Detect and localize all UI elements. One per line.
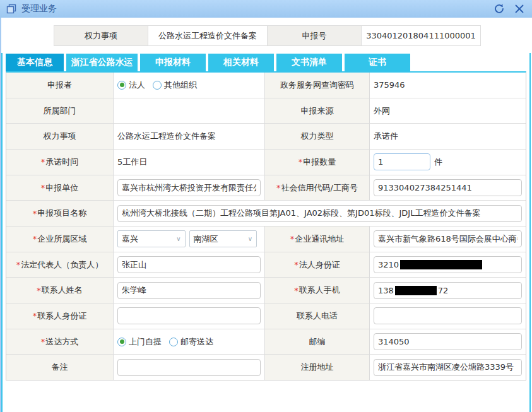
applicant-type-label: 申报者 [6, 73, 114, 98]
credit-code-input[interactable] [374, 179, 522, 196]
refresh-button[interactable] [493, 3, 505, 15]
contact-phone-label: 联系人电话 [265, 303, 370, 329]
power-item-value: 公路水运工程造价文件备案 [114, 124, 265, 149]
contact-mobile-label: *联系人手机 [265, 278, 370, 303]
table-row: 备注 注册地址 [6, 355, 526, 380]
declare-count-cell: 件 [370, 150, 526, 175]
contact-name-cell [114, 278, 265, 303]
department-label: 所属部门 [6, 98, 114, 124]
company-address-cell [370, 227, 526, 252]
power-item-header-value: 公路水运工程造价文件备案 [148, 25, 268, 46]
project-name-label: *申报项目名称 [6, 201, 114, 226]
window-icon [6, 4, 17, 15]
radio-self-pickup[interactable]: 上门自提 [117, 336, 162, 348]
region-city-select[interactable]: 嘉兴 ∨ [117, 230, 186, 247]
chevron-down-icon: ∨ [248, 235, 252, 242]
power-item-label: 权力事项 [6, 124, 114, 149]
contact-phone-input[interactable] [374, 307, 522, 324]
delivery-group: 上门自提 邮寄送达 [114, 329, 265, 355]
panel-left-border [1, 53, 3, 412]
delivery-label: *送达方式 [6, 329, 114, 355]
radio-mail-delivery[interactable]: 邮寄送达 [169, 336, 213, 348]
table-row: *企业所属区域 嘉兴 ∨ 南湖区 ∨ *企业通讯地址 [6, 227, 526, 252]
table-row: 申报者 法人 其他组织 政务服务网查询密码 375946 [6, 73, 526, 98]
contact-id-label: *联系人身份证 [6, 303, 114, 329]
redaction-bar [395, 286, 437, 295]
tab-document-list[interactable]: 文书清单 [276, 54, 342, 71]
tab-zhejiang-highway[interactable]: 浙江省公路水运 [66, 54, 138, 71]
query-password-label: 政务服务网查询密码 [265, 73, 370, 98]
table-row: 权力事项 公路水运工程造价文件备案 权力类型 承诺件 [6, 124, 526, 150]
department-value [114, 98, 265, 124]
legal-id-label: *法人身份证 [265, 252, 370, 278]
panel-right-border [529, 53, 531, 412]
declare-count-input[interactable] [374, 153, 430, 170]
contact-id-cell [114, 303, 265, 329]
radio-legal-person[interactable]: 法人 [117, 79, 145, 91]
declare-count-label: *申报数量 [265, 150, 370, 175]
contact-name-label: *联系人姓名 [6, 278, 114, 303]
contact-name-input[interactable] [117, 282, 261, 299]
table-row: *承诺时间 5工作日 *申报数量 件 [6, 150, 526, 175]
table-row: *申报项目名称 [6, 201, 526, 227]
declare-no-header-label: 申报号 [267, 25, 362, 46]
titlebar: 受理业务 [0, 0, 532, 18]
radio-selected-icon [117, 81, 126, 90]
project-name-cell [114, 201, 526, 226]
declare-source-value: 外网 [370, 98, 526, 124]
tab-declare-materials[interactable]: 申报材料 [140, 54, 206, 71]
region-cell: 嘉兴 ∨ 南湖区 ∨ [114, 227, 265, 252]
power-item-header-label: 权力事项 [54, 25, 148, 46]
close-button[interactable] [513, 3, 526, 15]
radio-unselected-icon [153, 81, 162, 90]
table-row: *法定代表人（负责人） *法人身份证 3210 [6, 252, 526, 278]
redaction-bar [400, 260, 482, 269]
radio-unselected-icon [169, 338, 178, 346]
tab-certificate[interactable]: 证书 [345, 54, 410, 71]
postcode-cell [370, 329, 526, 355]
legal-person-cell [114, 252, 265, 278]
reg-address-label: 注册地址 [265, 355, 370, 380]
tab-basic-info[interactable]: 基本信息 [6, 54, 64, 71]
postcode-input[interactable] [374, 333, 522, 350]
promise-time-label: *承诺时间 [6, 150, 114, 175]
applicant-type-group: 法人 其他组织 [114, 73, 265, 98]
legal-person-input[interactable] [117, 256, 261, 273]
declare-source-label: 申报来源 [265, 98, 370, 124]
tab-strip: 基本信息 浙江省公路水运 申报材料 相关材料 文书清单 证书 [6, 54, 410, 71]
power-type-label: 权力类型 [265, 124, 370, 149]
contact-mobile-input[interactable]: 138 72 [374, 282, 522, 299]
window-title: 受理业务 [21, 3, 485, 15]
declare-unit-input[interactable] [117, 179, 261, 196]
table-row: *申报单位 *社会信用代码/工商号 [6, 175, 526, 201]
reg-address-input[interactable] [374, 359, 522, 376]
contact-id-input[interactable] [117, 307, 261, 324]
declare-unit-cell [114, 175, 265, 201]
reg-address-cell [370, 355, 526, 380]
company-address-label: *企业通讯地址 [265, 227, 370, 252]
chevron-down-icon: ∨ [176, 235, 180, 242]
tab-related-materials[interactable]: 相关材料 [208, 54, 274, 71]
declare-unit-label: *申报单位 [6, 175, 114, 201]
company-address-input[interactable] [374, 230, 522, 247]
radio-other-org[interactable]: 其他组织 [153, 79, 197, 91]
remark-cell [114, 355, 265, 380]
declare-no-header-value: 330401201804111000001 [361, 25, 481, 46]
legal-id-input[interactable]: 3210 [374, 256, 522, 273]
remark-input[interactable] [117, 359, 261, 376]
table-row: *联系人姓名 *联系人手机 138 72 [6, 278, 526, 303]
credit-code-label: *社会信用代码/工商号 [265, 175, 370, 201]
table-row: *送达方式 上门自提 邮寄送达 邮编 [6, 329, 526, 355]
contact-phone-cell [370, 303, 526, 329]
radio-selected-icon [117, 338, 126, 346]
table-row: 所属部门 申报来源 外网 [6, 98, 526, 124]
power-type-value: 承诺件 [370, 124, 526, 149]
postcode-label: 邮编 [265, 329, 370, 355]
promise-time-value: 5工作日 [114, 150, 265, 175]
region-district-select[interactable]: 南湖区 ∨ [189, 230, 257, 247]
project-name-input[interactable] [117, 205, 522, 222]
credit-code-cell [370, 175, 526, 201]
region-label: *企业所属区域 [6, 227, 114, 252]
declare-count-unit: 件 [434, 156, 442, 168]
header-strip: 权力事项 公路水运工程造价文件备案 申报号 330401201804111000… [54, 25, 481, 46]
